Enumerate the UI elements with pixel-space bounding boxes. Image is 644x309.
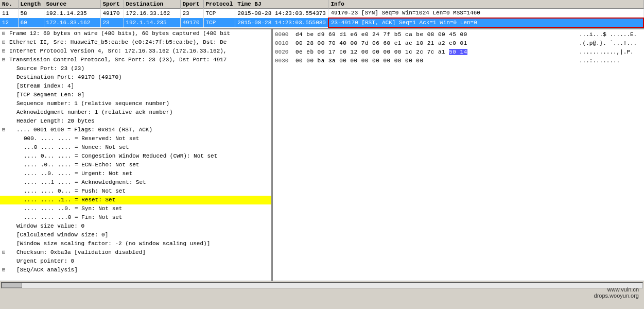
hex-offset: 0020 (275, 48, 295, 57)
detail-line: Urgent pointer: 0 (0, 257, 271, 266)
expand-icon[interactable]: ⊞ (2, 248, 9, 257)
detail-text: [Calculated window size: 0] (16, 232, 108, 238)
detail-line: ⊞Ethernet II, Src: HuaweiTe_b5:ca:be (e0… (0, 38, 271, 47)
expand-icon[interactable]: ⊞ (2, 38, 9, 47)
detail-text: [Stream index: 4] (16, 83, 74, 89)
packet-details-panel[interactable]: ⊞Frame 12: 60 bytes on wire (480 bits), … (0, 29, 273, 281)
hex-dump-panel[interactable]: 0000 d4 be d9 69 d1 e6 e0 24 7f b5 ca be… (273, 29, 644, 281)
hex-offset: 0010 (275, 39, 295, 48)
detail-text: .... .... ...0 = Fin: Not set (24, 214, 122, 220)
hex-highlight: 50 14 (449, 49, 467, 55)
detail-line: Header Length: 20 bytes (0, 117, 271, 126)
cell-protocol: TCP (203, 9, 235, 18)
detail-line: [Window size scaling factor: -2 (no wind… (0, 239, 271, 248)
detail-text: .... 0... .... = Congestion Window Reduc… (24, 153, 217, 159)
hex-ascii: ...:........ (575, 57, 642, 65)
cell-no: 11 (0, 9, 18, 18)
detail-text: Sequence number: 1 (relative sequence nu… (16, 100, 169, 107)
collapse-icon[interactable]: ⊟ (2, 126, 9, 134)
col-time: Time BJ (235, 0, 328, 9)
collapse-icon[interactable]: ⊟ (2, 56, 9, 64)
detail-text: [SEQ/ACK analysis] (16, 267, 78, 273)
scrollbar-track[interactable] (1, 282, 643, 288)
detail-text: .... .... .1.. = Reset: Set (24, 197, 115, 203)
detail-line: ⊟.... 0001 0100 = Flags: 0x014 (RST, ACK… (0, 126, 271, 134)
packet-tbody: 1158192.1.14.23549170172.16.33.16223TCP2… (0, 9, 643, 27)
detail-line: .... ..0. .... = Urgent: Not set (0, 169, 271, 178)
detail-line: Acknowledgment number: 1 (relative ack n… (0, 108, 271, 117)
table-header-row: No. Length Source Sport Destination Dpor… (0, 0, 643, 9)
col-sport: Sport (100, 0, 124, 9)
cell-sport: 49170 (100, 9, 124, 18)
cell-dport: 49170 (180, 18, 203, 27)
detail-text: 000. .... .... = Reserved: Not set (24, 135, 139, 142)
detail-line: Window size value: 0 (0, 222, 271, 231)
hex-bytes: d4 be d9 69 d1 e6 e0 24 7f b5 ca be 08 0… (295, 30, 575, 39)
cell-length: 58 (18, 9, 44, 18)
detail-text: [Window size scaling factor: -2 (no wind… (16, 241, 210, 247)
hex-offset: 0000 (275, 30, 295, 39)
detail-text: .... .... 0... = Push: Not set (24, 188, 126, 194)
detail-line: Destination Port: 49170 (49170) (0, 73, 271, 82)
detail-line: [Calculated window size: 0] (0, 231, 271, 239)
expand-icon[interactable]: ⊞ (2, 29, 9, 38)
detail-text: [TCP Segment Len: 0] (16, 92, 84, 98)
detail-line: [Stream index: 4] (0, 82, 271, 91)
detail-text: .... .... ..0. = Syn: Not set (24, 205, 122, 212)
scrollbar-area (0, 281, 644, 289)
detail-text: Transmission Control Protocol, Src Port:… (9, 57, 227, 63)
packet-list-area: No. Length Source Sport Destination Dpor… (0, 0, 644, 28)
detail-line: .... .... ..0. = Syn: Not set (0, 204, 271, 213)
expand-icon[interactable]: ⊞ (2, 47, 9, 56)
detail-line: Sequence number: 1 (relative sequence nu… (0, 99, 271, 108)
cell-dport: 23 (180, 9, 203, 18)
detail-text: Source Port: 23 (23) (16, 65, 84, 72)
col-no: No. (0, 0, 18, 9)
detail-text: Destination Port: 49170 (49170) (16, 74, 122, 80)
detail-line: .... 0... .... = Congestion Window Reduc… (0, 152, 271, 161)
cell-no: 12 (0, 18, 18, 27)
detail-line: ⊞Internet Protocol Version 4, Src: 172.1… (0, 47, 271, 56)
col-dport: Dport (180, 0, 203, 9)
detail-line: Source Port: 23 (23) (0, 64, 271, 73)
col-info: Info (328, 0, 643, 9)
detail-line: .... .... ...0 = Fin: Not set (0, 213, 271, 222)
col-destination: Destination (124, 0, 180, 9)
cell-protocol: TCP (203, 18, 235, 27)
hex-line: 0010 00 28 00 70 40 00 7d 06 60 c1 ac 10… (275, 39, 642, 48)
expand-icon[interactable]: ⊞ (2, 266, 9, 274)
packet-table: No. Length Source Sport Destination Dpor… (0, 0, 644, 28)
detail-line: .... .... 0... = Push: Not set (0, 187, 271, 196)
detail-line: .... ...1 .... = Acknowledgment: Set (0, 178, 271, 187)
cell-info: 23-49170 [RST, ACK] Seq=1 Ack=1 Win=0 Le… (328, 18, 643, 27)
detail-text: ...0 .... .... = Nonce: Not set (24, 144, 129, 150)
hex-line: 0020 0e eb 00 17 c0 12 00 00 00 00 1c 2c… (275, 48, 642, 57)
cell-length: 60 (18, 18, 44, 27)
cell-sport: 23 (100, 18, 124, 27)
col-protocol: Protocol (203, 0, 235, 9)
detail-text: Frame 12: 60 bytes on wire (480 bits), 6… (9, 30, 230, 37)
cell-info: 49170-23 [SYN] Seq=0 Win=1024 Len=0 MSS=… (328, 9, 643, 18)
detail-text: Internet Protocol Version 4, Src: 172.16… (9, 48, 227, 54)
detail-text: .... 0001 0100 = Flags: 0x014 (RST, ACK) (16, 127, 152, 133)
detail-text: Window size value: 0 (16, 223, 84, 229)
hex-offset: 0030 (275, 57, 295, 65)
cell-destination: 172.16.33.162 (124, 9, 180, 18)
table-row[interactable]: 1158192.1.14.23549170172.16.33.16223TCP2… (0, 9, 643, 18)
detail-line: ...0 .... .... = Nonce: Not set (0, 143, 271, 152)
hex-ascii: .(.p@.}. `...!... (575, 39, 642, 48)
hex-line: 0000 d4 be d9 69 d1 e6 e0 24 7f b5 ca be… (275, 30, 642, 39)
cell-destination: 192.1.14.235 (124, 18, 180, 27)
detail-text: Ethernet II, Src: HuaweiTe_b5:ca:be (e0:… (9, 39, 227, 45)
scrollbar-thumb[interactable] (2, 283, 22, 288)
table-row[interactable]: 1260172.16.33.16223192.1.14.23549170TCP2… (0, 18, 643, 27)
col-length: Length (18, 0, 44, 9)
hex-ascii: ...........,|.P. (575, 48, 642, 57)
detail-line: 000. .... .... = Reserved: Not set (0, 134, 271, 143)
detail-text: Urgent pointer: 0 (16, 258, 74, 264)
cell-source: 172.16.33.162 (44, 18, 100, 27)
col-source: Source (44, 0, 100, 9)
hex-bytes: 0e eb 00 17 c0 12 00 00 00 00 1c 2c 7c a… (295, 48, 575, 57)
hex-line: 0030 00 00 ba 3a 00 00 00 00 00 00 00 00… (275, 57, 642, 65)
cell-time: 2015-08-28 14:23:03.554373 (235, 9, 328, 18)
